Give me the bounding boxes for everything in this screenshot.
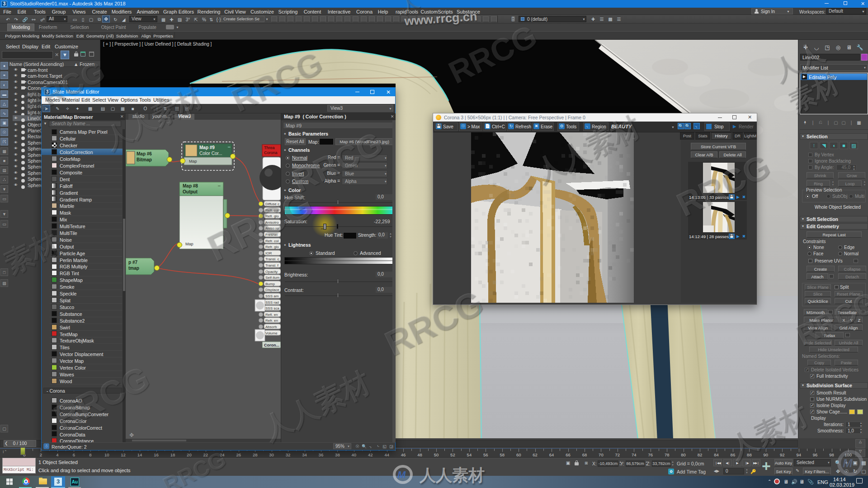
svg-text:Bitmap: Bitmap <box>137 157 152 162</box>
svg-text:–: – <box>218 183 221 188</box>
svg-text:Refl. glo: Refl. glo <box>265 214 279 218</box>
svg-text:p #7: p #7 <box>128 260 137 265</box>
svg-text:Refl. col: Refl. col <box>265 208 278 212</box>
svg-text:Output: Output <box>183 189 198 194</box>
svg-text:Absorb: Absorb <box>265 325 277 329</box>
svg-text:Fresnel: Fresnel <box>265 233 278 237</box>
svg-text:Refr. glo: Refr. glo <box>265 245 279 249</box>
svg-text:Anisotro: Anisotro <box>265 221 279 225</box>
svg-text:Coron...: Coron... <box>264 343 279 347</box>
svg-text:Displace: Displace <box>265 288 279 292</box>
svg-text:Volume: Volume <box>265 331 278 335</box>
svg-text:Map #6: Map #6 <box>137 151 152 156</box>
svg-text:Transl. f: Transl. f <box>265 263 278 267</box>
svg-text:Aniso ro: Aniso ro <box>265 226 279 230</box>
svg-text:Map #8: Map #8 <box>183 183 198 188</box>
svg-text:Refr. col: Refr. col <box>265 239 279 243</box>
svg-text:SSS rad: SSS rad <box>265 300 279 305</box>
svg-text:–: – <box>228 144 231 149</box>
svg-text:✥: ✥ <box>129 432 134 438</box>
svg-text:Map: Map <box>189 159 197 164</box>
svg-text:SSS am: SSS am <box>265 294 279 298</box>
svg-text:SSS sca: SSS sca <box>265 306 279 310</box>
svg-text:Corona: Corona <box>264 150 278 155</box>
svg-text:IOR: IOR <box>265 251 272 255</box>
svg-text:Threa: Threa <box>264 145 275 150</box>
svg-text:Self-ilum: Self-ilum <box>265 276 279 280</box>
svg-text:Color Cor...: Color Cor... <box>199 151 222 156</box>
svg-text:Diffuse c: Diffuse c <box>265 202 279 206</box>
svg-text:Refl. en: Refl. en <box>265 313 278 317</box>
svg-text:Transl. c: Transl. c <box>265 257 279 261</box>
svg-text:Map: Map <box>185 242 193 246</box>
svg-text:Opacity: Opacity <box>265 270 278 274</box>
svg-text:Bump: Bump <box>265 282 275 286</box>
svg-text:Map #9: Map #9 <box>199 145 215 150</box>
svg-text:tmap: tmap <box>128 266 139 271</box>
svg-text:Refr. en: Refr. en <box>265 319 278 323</box>
